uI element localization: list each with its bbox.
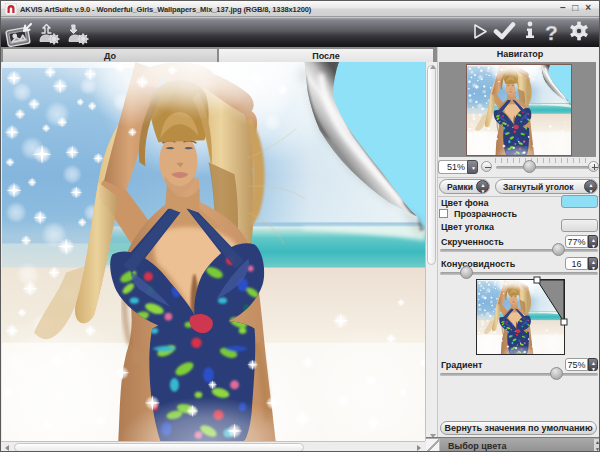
svg-text:?: ? — [545, 21, 558, 44]
